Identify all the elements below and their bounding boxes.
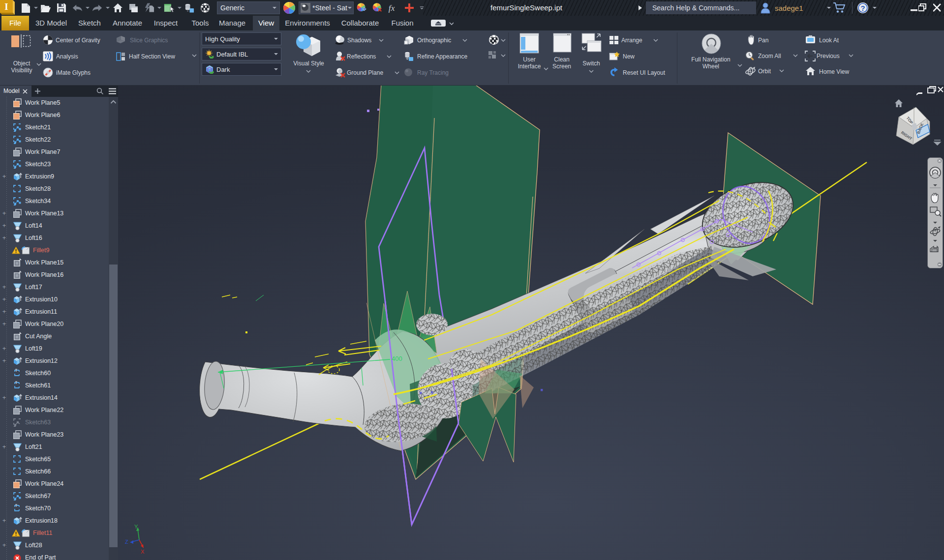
- svg-text:400: 400: [392, 355, 402, 362]
- svg-text:I: I: [4, 1, 8, 12]
- svg-text:?: ?: [860, 4, 865, 12]
- svg-text:Y: Y: [134, 524, 138, 530]
- svg-text:fx: fx: [389, 3, 395, 13]
- svg-text:Z: Z: [125, 539, 128, 545]
- svg-text:X: X: [141, 549, 145, 555]
